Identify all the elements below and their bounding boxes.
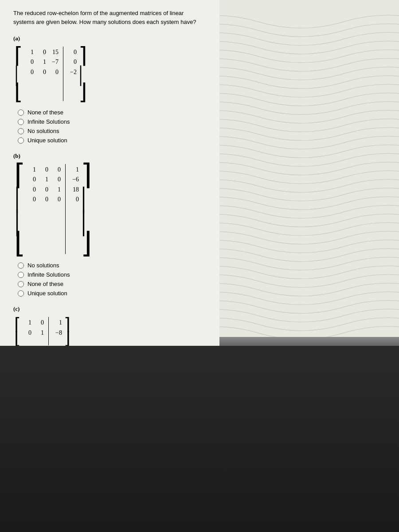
matrix-cell: 0 — [50, 67, 59, 77]
matrix-divider-b — [65, 164, 66, 254]
bracket-right-c: ⌉ ⌋ — [63, 316, 71, 346]
section-b-label: (b) — [13, 153, 206, 160]
matrix-b-content: 1 0 0 0 1 0 0 0 1 0 — [26, 163, 62, 255]
radio-b-unique[interactable] — [18, 290, 24, 297]
bracket-left-a: ⌈ | ⌊ — [13, 46, 24, 102]
matrix-cell: 0 — [39, 195, 48, 204]
option-a-infinite-label: Infinite Solutions — [27, 118, 70, 125]
matrix-aug-b: 1 −6 18 0 — [69, 163, 80, 255]
radio-b-no-solutions[interactable] — [18, 262, 24, 269]
section-a: (a) ⌈ | ⌊ 1 0 15 0 — [13, 35, 206, 144]
matrix-cell: 0 — [27, 175, 36, 184]
matrix-row: 0 0 0 — [25, 67, 59, 77]
matrix-row: 0 1 −7 — [25, 57, 59, 67]
matrix-cell: 0 — [23, 328, 31, 338]
matrix-a-content: 1 0 15 0 1 −7 0 0 0 — [24, 46, 59, 102]
question-text: The reduced row-echelon form of the augm… — [13, 9, 206, 26]
option-b-none[interactable]: None of these — [18, 281, 206, 287]
matrix-cell: 1 — [37, 57, 46, 67]
matrix-row: 0 0 0 — [27, 195, 61, 204]
matrix-c-content: 1 0 0 1 — [22, 316, 45, 346]
matrix-cell: 0 — [52, 175, 61, 184]
matrix-c: ⌈ ⌊ 1 0 0 1 1 −8 — [13, 316, 206, 346]
matrix-divider-a — [63, 47, 63, 101]
matrix-cell: 1 — [23, 318, 31, 328]
matrix-aug-cell: 1 — [70, 165, 79, 175]
radio-b-none[interactable] — [18, 281, 24, 287]
matrix-cell: 15 — [50, 47, 59, 57]
option-b-no-solutions-label: No solutions — [27, 262, 59, 269]
matrix-aug-c: 1 −8 — [52, 316, 63, 346]
matrix-b: ⌈ | | ⌊ 1 0 0 0 1 0 — [13, 163, 206, 255]
matrix-aug-cell: 0 — [68, 47, 77, 57]
matrix-cell: 1 — [39, 175, 48, 184]
matrix-a: ⌈ | ⌊ 1 0 15 0 1 −7 — [13, 46, 206, 102]
matrix-cell: 0 — [39, 185, 48, 195]
option-b-unique[interactable]: Unique solution — [18, 290, 206, 297]
matrix-row: 1 0 15 — [25, 47, 59, 57]
option-b-none-label: None of these — [27, 281, 63, 287]
bracket-left-b: ⌈ | | ⌊ — [13, 163, 26, 255]
bracket-right-b: ⌉ | | ⌋ — [80, 163, 93, 255]
matrix-aug-cell: 1 — [53, 318, 62, 328]
section-c-label: (c) — [13, 305, 206, 313]
section-c: (c) ⌈ ⌊ 1 0 0 1 — [13, 305, 206, 346]
matrix-cell: 0 — [25, 57, 34, 67]
matrix-aug-cell: 0 — [68, 57, 77, 67]
matrix-row: 1 0 0 — [27, 165, 61, 175]
matrix-cell: 1 — [52, 185, 61, 195]
matrix-aug-cell: 0 — [70, 195, 79, 204]
section-a-label: (a) — [13, 35, 206, 42]
matrix-cell: 0 — [27, 185, 36, 195]
matrix-aug-cell: −2 — [68, 67, 77, 77]
matrix-row: 0 0 1 — [27, 185, 61, 195]
option-b-infinite[interactable]: Infinite Solutions — [18, 271, 206, 278]
bracket-left-c: ⌈ ⌊ — [13, 316, 22, 346]
matrix-row: 0 1 0 — [27, 175, 61, 184]
matrix-aug-a: 0 0 −2 — [67, 46, 78, 102]
options-b: No solutions Infinite Solutions None of … — [18, 262, 206, 297]
option-a-none-label: None of these — [27, 109, 63, 116]
matrix-divider-c — [48, 317, 49, 345]
matrix-cell: 0 — [39, 165, 48, 175]
radio-b-infinite[interactable] — [18, 272, 24, 278]
options-a: None of these Infinite Solutions No solu… — [18, 109, 206, 144]
matrix-cell: 0 — [52, 165, 61, 175]
option-a-unique[interactable]: Unique solution — [18, 137, 206, 144]
section-b: (b) ⌈ | | ⌊ 1 0 0 0 1 — [13, 153, 206, 297]
laptop-body: ☀ F1 ✦☀ F2 ⊟ F3 ⊞⊡ F4 ··· F5 ≋ F6 — [0, 346, 399, 532]
option-a-unique-label: Unique solution — [27, 137, 67, 144]
radio-a-no-solutions[interactable] — [18, 128, 24, 134]
matrix-cell: 0 — [25, 67, 34, 77]
option-a-no-solutions[interactable]: No solutions — [18, 128, 206, 134]
matrix-aug-cell: −8 — [53, 328, 62, 338]
matrix-aug-cell: 18 — [70, 185, 79, 195]
radio-a-unique[interactable] — [18, 137, 24, 144]
option-b-no-solutions[interactable]: No solutions — [18, 262, 206, 269]
option-a-infinite[interactable]: Infinite Solutions — [18, 118, 206, 125]
option-b-infinite-label: Infinite Solutions — [27, 271, 70, 278]
radio-a-infinite[interactable] — [18, 119, 24, 125]
main-content: The reduced row-echelon form of the augm… — [0, 0, 219, 346]
matrix-cell: 0 — [52, 195, 61, 204]
matrix-cell: 0 — [37, 67, 46, 77]
option-a-no-solutions-label: No solutions — [27, 128, 59, 134]
option-a-none[interactable]: None of these — [18, 109, 206, 116]
matrix-cell: 1 — [25, 47, 34, 57]
bracket-right-a: ⌉ | ⌋ — [78, 46, 88, 102]
matrix-cell: 1 — [27, 165, 36, 175]
matrix-row: 0 1 — [23, 328, 44, 338]
matrix-row: 1 0 — [23, 318, 44, 328]
radio-a-none[interactable] — [18, 110, 24, 116]
laptop-screen: .wave { fill: none; stroke: #8db88d; str… — [0, 0, 399, 346]
matrix-cell: 0 — [37, 47, 46, 57]
matrix-cell: 1 — [35, 328, 44, 338]
matrix-aug-cell: −6 — [70, 175, 79, 184]
matrix-cell: −7 — [50, 57, 59, 67]
matrix-cell: 0 — [35, 318, 44, 328]
matrix-cell: 0 — [27, 195, 36, 204]
option-b-unique-label: Unique solution — [27, 290, 67, 297]
